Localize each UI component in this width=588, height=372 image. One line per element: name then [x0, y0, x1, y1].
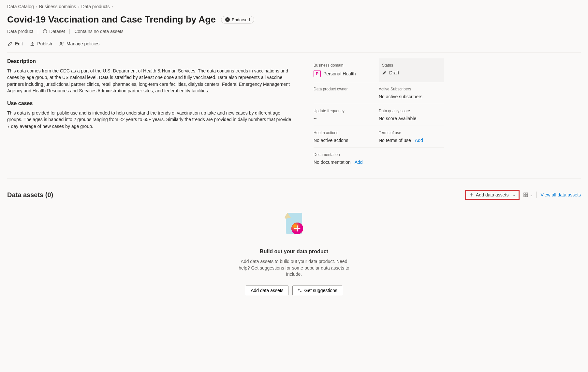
side-status: Status Draft	[379, 58, 444, 82]
draft-icon	[382, 70, 387, 75]
svg-rect-3	[524, 195, 525, 197]
side-owner: Data product owner	[314, 82, 379, 104]
breadcrumb-item[interactable]: Data products	[81, 4, 110, 9]
svg-rect-1	[524, 193, 525, 194]
assets-actions: Add data assets ⌄ ⌄ View all data assets	[465, 190, 581, 200]
sparkle-icon	[297, 288, 302, 293]
meta-dataset: Dataset	[43, 29, 65, 34]
separator	[69, 29, 70, 34]
endorsed-badge: ✓ Endorsed	[221, 16, 254, 23]
upload-icon	[30, 41, 35, 46]
grid-icon	[523, 193, 528, 197]
chevron-down-icon: ⌄	[530, 193, 533, 197]
empty-state-text: Add data assets to build out your data p…	[235, 258, 353, 278]
chevron-right-icon: ›	[36, 4, 37, 9]
add-data-assets-button-2[interactable]: Add data assets	[246, 286, 288, 295]
publish-button[interactable]: Publish	[29, 40, 53, 48]
view-all-data-assets-link[interactable]: View all data assets	[541, 192, 581, 197]
chevron-down-icon: ⌄	[513, 193, 515, 197]
side-quality: Data quality score No score available	[379, 104, 444, 126]
side-subscribers: Active Subscribers No active subscribers	[379, 82, 444, 104]
side-business-domain: Business domain P Personal Health	[314, 58, 379, 82]
title-row: Covid-19 Vaccination and Case Trending b…	[7, 14, 581, 25]
plus-icon	[469, 193, 473, 197]
use-cases-text: This data is provided for public use and…	[7, 110, 294, 130]
meta-no-assets: Contains no data assets	[74, 29, 123, 34]
check-circle-icon: ✓	[225, 17, 230, 22]
manage-policies-button[interactable]: Manage policies	[59, 40, 100, 48]
content-row: Description This data comes from the CDC…	[7, 53, 581, 179]
add-data-assets-button[interactable]: Add data assets ⌄	[465, 190, 519, 200]
meta-row: Data product Dataset Contains no data as…	[7, 29, 581, 34]
description-heading: Description	[7, 58, 294, 64]
content-main: Description This data comes from the CDC…	[7, 58, 294, 169]
use-cases-heading: Use cases	[7, 101, 294, 106]
get-suggestions-button[interactable]: Get suggestions	[292, 286, 342, 295]
cube-icon	[43, 29, 47, 34]
empty-state-title: Build out your data product	[7, 249, 581, 255]
add-docs-link[interactable]: Add	[355, 160, 363, 165]
people-icon	[59, 41, 64, 46]
breadcrumb-item[interactable]: Business domains	[39, 4, 76, 9]
svg-rect-4	[526, 195, 528, 197]
chevron-right-icon: ›	[112, 4, 113, 9]
toolbar: Edit Publish Manage policies	[7, 40, 581, 53]
view-toggle[interactable]: ⌄	[523, 193, 533, 197]
add-terms-link[interactable]: Add	[415, 138, 423, 143]
page-title: Covid-19 Vaccination and Case Trending b…	[7, 14, 216, 25]
side-terms: Terms of use No terms of use Add	[379, 126, 444, 148]
separator	[537, 192, 537, 198]
meta-data-product: Data product	[7, 29, 33, 34]
empty-state: Build out your data product Add data ass…	[7, 209, 581, 295]
chevron-right-icon: ›	[78, 4, 79, 9]
side-documentation: Documentation No documentation Add	[314, 148, 444, 169]
domain-badge-icon: P	[314, 70, 321, 77]
description-text: This data comes from the CDC as a part o…	[7, 68, 294, 94]
assets-header: Data assets (0) Add data assets ⌄ ⌄ View…	[7, 190, 581, 200]
svg-rect-2	[526, 193, 528, 194]
side-update-frequency: Update frequency --	[314, 104, 379, 126]
content-side: Business domain P Personal Health Status…	[314, 58, 447, 169]
breadcrumb: Data Catalog › Business domains › Data p…	[7, 4, 581, 9]
breadcrumb-item[interactable]: Data Catalog	[7, 4, 34, 9]
assets-title: Data assets (0)	[7, 191, 53, 199]
empty-state-icon	[7, 209, 581, 239]
svg-point-0	[60, 42, 62, 43]
separator	[38, 29, 38, 34]
pencil-icon	[8, 41, 12, 46]
endorsed-label: Endorsed	[232, 17, 250, 22]
edit-button[interactable]: Edit	[7, 40, 23, 48]
side-health: Health actions No active actions	[314, 126, 379, 148]
